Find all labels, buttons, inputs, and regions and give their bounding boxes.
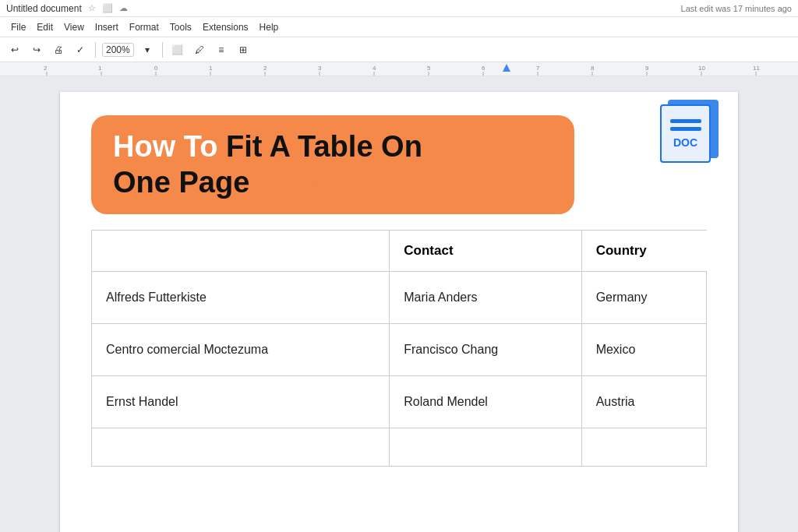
col-header-company [92, 231, 390, 272]
svg-text:2: 2 [44, 65, 48, 72]
star-icon[interactable]: ☆ [88, 3, 96, 13]
doc-icon-inner: DOC [660, 100, 719, 166]
top-bar: Untitled document ☆ ⬜ ☁ Last edit was 17… [0, 0, 798, 17]
heading-black-1: Fit A Table On [226, 130, 422, 163]
page-area: DOC How To Fit A Table On One Page In Go… [0, 76, 798, 532]
col-header-country: Country [581, 231, 706, 272]
cell-company-4 [92, 428, 390, 467]
cell-country-2: Mexico [581, 324, 706, 376]
table-header-row: Contact Country [92, 231, 707, 272]
cell-contact-4 [390, 428, 581, 467]
cell-country-1: Germany [581, 272, 706, 324]
print-button[interactable]: 🖨 [50, 41, 67, 58]
document-title[interactable]: Untitled document [6, 3, 82, 14]
last-edit-text: Last edit was 17 minutes ago [681, 4, 792, 13]
svg-text:1: 1 [98, 65, 102, 72]
menu-extensions[interactable]: Extensions [198, 20, 253, 34]
cell-company-3: Ernst Handel [92, 376, 390, 428]
doc-line-1 [670, 119, 701, 123]
menu-view[interactable]: View [59, 20, 89, 34]
svg-text:6: 6 [482, 65, 486, 72]
heading-text: How To Fit A Table On One Page In Google… [113, 129, 553, 200]
menu-format[interactable]: Format [125, 20, 164, 34]
toolbar: ↩ ↪ 🖨 ✓ 200% ▾ ⬜ 🖊 ≡ ⊞ [0, 37, 798, 62]
menu-bar: File Edit View Insert Format Tools Exten… [0, 17, 798, 37]
menu-edit[interactable]: Edit [32, 20, 58, 34]
heading-banner: How To Fit A Table On One Page In Google… [91, 115, 574, 214]
align-left-button[interactable]: ≡ [213, 41, 230, 58]
svg-marker-28 [503, 64, 510, 72]
heading-black-2: One Page [113, 166, 258, 199]
toolbar-sep-1 [95, 42, 96, 58]
cell-contact-3: Roland Mendel [390, 376, 581, 428]
doc-icon: DOC [660, 100, 730, 170]
table-row: Centro comercial Moctezuma Francisco Cha… [92, 324, 707, 376]
doc-line-2 [670, 127, 701, 131]
page-break-button[interactable]: ⬜ [169, 41, 186, 58]
svg-text:7: 7 [536, 65, 540, 72]
menu-tools[interactable]: Tools [165, 20, 196, 34]
svg-text:2: 2 [263, 65, 267, 72]
svg-text:8: 8 [591, 65, 595, 72]
redo-button[interactable]: ↪ [28, 41, 45, 58]
svg-text:0: 0 [154, 65, 158, 72]
svg-text:5: 5 [427, 65, 431, 72]
cell-country-4 [581, 428, 706, 467]
table-container: Contact Country Alfreds Futterkiste Mari… [91, 230, 707, 467]
document-page: DOC How To Fit A Table On One Page In Go… [60, 92, 738, 532]
cell-country-3: Austria [581, 376, 706, 428]
table-row [92, 428, 707, 467]
heading-orange: In Google Docs [258, 166, 475, 199]
col-header-contact: Contact [390, 231, 581, 272]
cloud-icon[interactable]: ☁ [119, 3, 128, 13]
undo-button[interactable]: ↩ [6, 41, 23, 58]
zoom-dropdown-icon[interactable]: ▾ [139, 41, 156, 58]
spellcheck-button[interactable]: ✓ [72, 41, 89, 58]
ruler-svg: 2 1 0 1 2 3 4 5 6 7 8 9 10 11 [0, 62, 798, 76]
ruler: 2 1 0 1 2 3 4 5 6 7 8 9 10 11 [0, 62, 798, 76]
doc-page-front: DOC [660, 104, 711, 163]
menu-insert[interactable]: Insert [90, 20, 123, 34]
svg-text:11: 11 [753, 65, 760, 72]
cell-company-1: Alfreds Futterkiste [92, 272, 390, 324]
heading-white-1: How To [113, 130, 226, 163]
svg-text:9: 9 [645, 65, 649, 72]
cell-contact-1: Maria Anders [390, 272, 581, 324]
cell-company-2: Centro comercial Moctezuma [92, 324, 390, 376]
folder-icon[interactable]: ⬜ [102, 3, 113, 13]
table-row: Ernst Handel Roland Mendel Austria [92, 376, 707, 428]
data-table: Contact Country Alfreds Futterkiste Mari… [91, 230, 707, 467]
zoom-selector[interactable]: 200% [102, 43, 134, 57]
paint-format-button[interactable]: 🖊 [191, 41, 208, 58]
menu-help[interactable]: Help [255, 20, 284, 34]
svg-text:10: 10 [698, 65, 705, 72]
doc-label: DOC [673, 136, 697, 149]
svg-text:1: 1 [209, 65, 213, 72]
svg-text:4: 4 [373, 65, 376, 72]
toolbar-sep-2 [162, 42, 163, 58]
table-row: Alfreds Futterkiste Maria Anders Germany [92, 272, 707, 324]
svg-text:3: 3 [318, 65, 322, 72]
indent-button[interactable]: ⊞ [235, 41, 252, 58]
menu-file[interactable]: File [6, 20, 30, 34]
cell-contact-2: Francisco Chang [390, 324, 581, 376]
